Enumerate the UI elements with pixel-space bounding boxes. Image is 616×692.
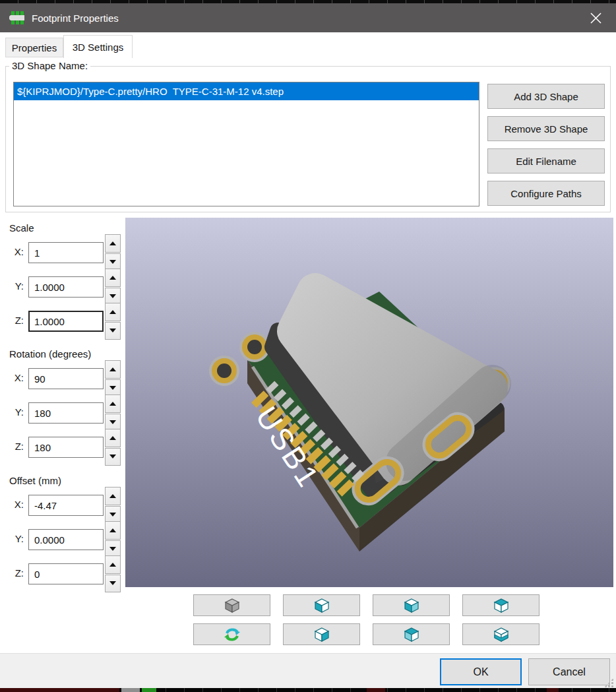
dialog-footer — [0, 653, 616, 688]
reload-icon — [224, 626, 241, 643]
spin-up-button[interactable] — [105, 429, 121, 447]
configure-paths-button[interactable]: Configure Paths — [487, 181, 605, 206]
arrow-up-icon — [109, 528, 116, 532]
offset-z-row: Z: — [0, 563, 125, 584]
spin-up-button[interactable] — [105, 234, 121, 253]
isometric-cube-icon — [224, 597, 241, 614]
app-behind-strip-bottom — [0, 688, 616, 692]
offset-x-label: X: — [0, 499, 24, 510]
isometric-view-button[interactable] — [193, 594, 270, 616]
cancel-button[interactable]: Cancel — [528, 658, 610, 685]
tab-properties-label: Properties — [12, 42, 57, 53]
spin-up-button[interactable] — [105, 521, 121, 540]
rotation-z-spinner — [105, 429, 121, 466]
spin-up-button[interactable] — [105, 555, 121, 574]
view-top-button[interactable] — [462, 594, 539, 616]
arrow-down-icon — [109, 329, 116, 332]
arrow-down-icon — [109, 420, 116, 424]
cube-top-face-icon — [493, 597, 510, 614]
usb-connector-3d-model: USB1 — [125, 218, 613, 587]
offset-section-label: Offset (mm) — [9, 475, 61, 486]
rotation-y-input[interactable] — [28, 402, 104, 424]
spin-down-button[interactable] — [105, 322, 121, 340]
cube-bottom-face-icon — [493, 626, 510, 643]
scale-y-label: Y: — [0, 280, 24, 292]
view-front-button[interactable] — [373, 594, 450, 616]
offset-z-label: Z: — [0, 567, 24, 579]
shape-group-legend: 3D Shape Name: — [9, 60, 90, 71]
offset-z-input[interactable] — [28, 563, 104, 584]
footprint-icon — [9, 11, 26, 25]
rotation-z-input[interactable] — [28, 437, 104, 458]
spin-down-button[interactable] — [105, 575, 121, 593]
close-icon — [590, 12, 602, 24]
scale-y-spinner — [105, 268, 121, 305]
rotation-x-input[interactable] — [28, 368, 104, 389]
dialog-titlebar[interactable]: Footprint Properties — [0, 3, 616, 32]
scale-section-label: Scale — [9, 222, 34, 234]
spin-down-button[interactable] — [105, 448, 121, 466]
footprint-properties-dialog: Footprint Properties Properties 3D Setti… — [0, 0, 616, 692]
tab-3d-settings-label: 3D Settings — [73, 42, 124, 53]
scale-z-label: Z: — [0, 315, 24, 326]
edit-filename-button[interactable]: Edit Filename — [487, 148, 605, 173]
shape-list[interactable]: ${KIPRJMOD}/Type-C.pretty/HRO TYPE-C-31-… — [13, 82, 479, 206]
arrow-up-icon — [109, 276, 116, 280]
scale-z-input[interactable] — [28, 311, 104, 332]
offset-y-input[interactable] — [28, 529, 104, 550]
scale-z-row: Z: — [0, 311, 125, 332]
arrow-down-icon — [109, 386, 116, 390]
offset-y-spinner — [105, 521, 121, 558]
scale-y-input[interactable] — [28, 276, 104, 298]
arrow-down-icon — [109, 581, 116, 585]
view-left-button[interactable] — [283, 594, 360, 616]
3d-preview-viewport[interactable]: USB1 — [125, 218, 613, 587]
arrow-up-icon — [109, 494, 116, 498]
cube-back-face-icon — [403, 626, 420, 643]
rotation-z-row: Z: — [0, 437, 125, 458]
offset-x-spinner — [105, 487, 121, 524]
arrow-down-icon — [109, 513, 116, 517]
close-button[interactable] — [580, 3, 611, 32]
arrow-up-icon — [109, 241, 116, 245]
spin-up-button[interactable] — [105, 268, 121, 287]
scale-x-spinner — [105, 234, 121, 271]
scale-x-input[interactable] — [28, 242, 104, 263]
view-back-button[interactable] — [373, 623, 450, 645]
scale-x-row: X: — [0, 242, 125, 263]
spin-up-button[interactable] — [105, 487, 121, 505]
add-3d-shape-button[interactable]: Add 3D Shape — [487, 84, 605, 109]
scale-x-label: X: — [0, 246, 24, 257]
offset-y-row: Y: — [0, 529, 125, 550]
rotation-y-row: Y: — [0, 402, 125, 424]
scale-z-spinner — [105, 303, 121, 340]
cube-right-face-icon — [313, 626, 330, 643]
rotation-x-spinner — [105, 360, 121, 397]
offset-x-row: X: — [0, 495, 125, 516]
rotation-y-label: Y: — [0, 406, 24, 418]
offset-x-input[interactable] — [28, 495, 104, 516]
ok-button[interactable]: OK — [440, 658, 522, 685]
scale-y-row: Y: — [0, 276, 125, 298]
arrow-up-icon — [109, 310, 116, 314]
view-bottom-button[interactable] — [462, 623, 539, 645]
cube-left-face-icon — [313, 597, 330, 614]
remove-3d-shape-button[interactable]: Remove 3D Shape — [487, 116, 605, 141]
tab-3d-settings[interactable]: 3D Settings — [63, 35, 133, 58]
tab-properties[interactable]: Properties — [5, 38, 63, 57]
spin-up-button[interactable] — [105, 360, 121, 379]
reload-view-button[interactable] — [193, 623, 270, 645]
arrow-down-icon — [109, 455, 116, 458]
spin-up-button[interactable] — [105, 303, 121, 321]
offset-z-spinner — [105, 555, 121, 592]
rotation-z-label: Z: — [0, 441, 24, 452]
arrow-up-icon — [109, 436, 116, 440]
shape-list-item-selected[interactable]: ${KIPRJMOD}/Type-C.pretty/HRO TYPE-C-31-… — [14, 82, 479, 100]
arrow-down-icon — [109, 294, 116, 298]
arrow-up-icon — [109, 563, 116, 567]
spin-up-button[interactable] — [105, 394, 121, 413]
rotation-x-label: X: — [0, 372, 24, 383]
rotation-x-row: X: — [0, 368, 125, 389]
arrow-down-icon — [109, 547, 116, 551]
view-right-button[interactable] — [283, 623, 360, 645]
